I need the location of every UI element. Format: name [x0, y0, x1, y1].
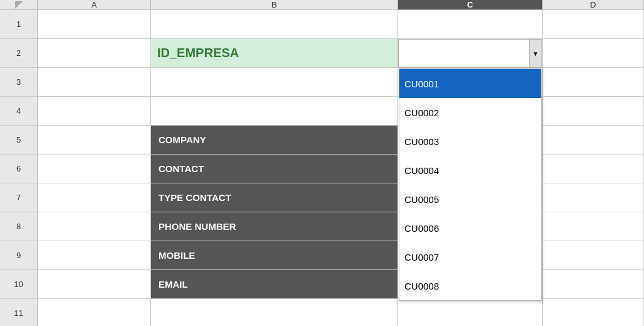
col-header-b: B: [151, 0, 398, 9]
dropdown-item-1[interactable]: CU0001: [399, 69, 541, 98]
chevron-down-icon: ▼: [533, 50, 539, 57]
col-b: ID_EMPRESA COMPANY CONTACT TYPE CONTACT …: [151, 10, 398, 326]
dropdown-item-7[interactable]: CU0007: [399, 242, 541, 271]
cell-a8: [38, 212, 150, 241]
dropdown-arrow-button[interactable]: ▼: [529, 40, 541, 67]
cell-d5: [543, 126, 643, 155]
dropdown-item-5[interactable]: CU0005: [399, 185, 541, 214]
cell-c2-dropdown[interactable]: ▼ CU0001 CU0002 CU0003 CU0004 CU0005 CU0…: [398, 39, 542, 68]
cell-a1: [38, 10, 150, 39]
row-numbers: 1 2 3 4 5 6 7 8 9 10 11: [0, 10, 38, 326]
cell-d11: [543, 299, 643, 326]
col-d: [543, 10, 644, 326]
label-mobile: MOBILE: [158, 250, 195, 261]
label-phone-number: PHONE NUMBER: [158, 221, 236, 232]
dropdown-item-3[interactable]: CU0003: [399, 127, 541, 156]
label-company: COMPANY: [158, 134, 206, 145]
column-headers: A B C D: [0, 0, 644, 10]
dropdown-input[interactable]: [399, 40, 529, 67]
cell-d3: [543, 68, 643, 97]
col-header-a: A: [38, 0, 151, 9]
dropdown-item-2[interactable]: CU0002: [399, 98, 541, 127]
cell-a11: [38, 299, 150, 326]
label-contact: CONTACT: [158, 163, 204, 174]
cell-d8: [543, 212, 643, 241]
label-type-contact: TYPE CONTACT: [158, 192, 231, 203]
cell-a2: [38, 39, 150, 68]
cell-d10: [543, 270, 643, 299]
cell-b9-label: MOBILE: [151, 241, 397, 270]
cell-b2: ID_EMPRESA: [151, 39, 397, 68]
cell-b6-label: CONTACT: [151, 155, 397, 183]
dropdown-item-6[interactable]: CU0006: [399, 214, 541, 242]
cell-b4: [151, 97, 397, 126]
dropdown-item-4[interactable]: CU0004: [399, 156, 541, 185]
cell-c11: [398, 299, 542, 326]
cell-b7-label: TYPE CONTACT: [151, 183, 397, 212]
row-num-4: 4: [0, 97, 37, 126]
spreadsheet: A B C D 1 2 3 4 5 6 7 8 9 10 11: [0, 0, 644, 326]
row-num-2: 2: [0, 39, 37, 68]
cell-c1: [398, 10, 542, 39]
cell-a7: [38, 183, 150, 212]
id-empresa-text: ID_EMPRESA: [157, 46, 239, 60]
cell-d1: [543, 10, 643, 39]
cell-a3: [38, 68, 150, 97]
cell-a5: [38, 126, 150, 155]
cell-d9: [543, 241, 643, 270]
svg-marker-0: [15, 1, 23, 9]
row-num-7: 7: [0, 183, 37, 212]
col-c: ▼ CU0001 CU0002 CU0003 CU0004 CU0005 CU0…: [398, 10, 543, 326]
cell-b1: [151, 10, 397, 39]
cell-d6: [543, 155, 643, 183]
cell-a10: [38, 270, 150, 299]
cell-b10-label: EMAIL: [151, 270, 397, 299]
cell-b3: [151, 68, 397, 97]
cell-a9: [38, 241, 150, 270]
cell-b8-label: PHONE NUMBER: [151, 212, 397, 241]
cell-d7: [543, 183, 643, 212]
row-num-3: 3: [0, 68, 37, 97]
row-num-11: 11: [0, 299, 37, 326]
cell-b5-label: COMPANY: [151, 126, 397, 155]
cell-a6: [38, 155, 150, 183]
row-num-1: 1: [0, 10, 37, 39]
cell-d2: [543, 39, 643, 68]
row-num-5: 5: [0, 126, 37, 155]
grid-body: ID_EMPRESA COMPANY CONTACT TYPE CONTACT …: [38, 10, 644, 326]
row-num-8: 8: [0, 212, 37, 241]
cell-d4: [543, 97, 643, 126]
col-header-d: D: [543, 0, 644, 9]
row-num-9: 9: [0, 241, 37, 270]
corner-cell: [0, 0, 38, 9]
col-a: [38, 10, 151, 326]
col-header-c: C: [398, 0, 543, 9]
cell-a4: [38, 97, 150, 126]
cell-b11: [151, 299, 397, 326]
row-num-10: 10: [0, 270, 37, 299]
dropdown-list[interactable]: CU0001 CU0002 CU0003 CU0004 CU0005 CU000…: [399, 68, 541, 301]
rows-container: 1 2 3 4 5 6 7 8 9 10 11: [0, 10, 644, 326]
dropdown-item-8[interactable]: CU0008: [399, 271, 541, 300]
label-email: EMAIL: [158, 279, 188, 290]
row-num-6: 6: [0, 155, 37, 183]
